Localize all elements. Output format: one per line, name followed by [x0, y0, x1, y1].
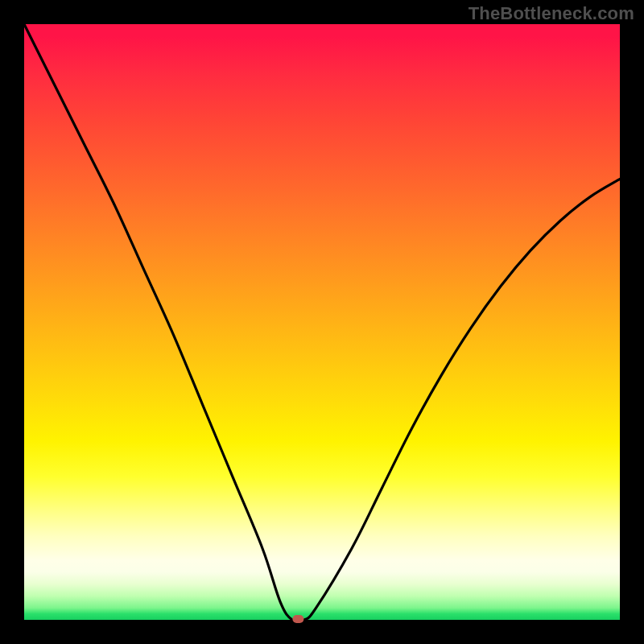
bottleneck-curve-svg — [24, 24, 620, 620]
optimum-marker — [292, 615, 303, 623]
bottleneck-curve-path — [24, 24, 620, 622]
chart-frame: TheBottleneck.com — [0, 0, 644, 644]
plot-area — [24, 24, 620, 620]
watermark-text: TheBottleneck.com — [469, 3, 634, 24]
